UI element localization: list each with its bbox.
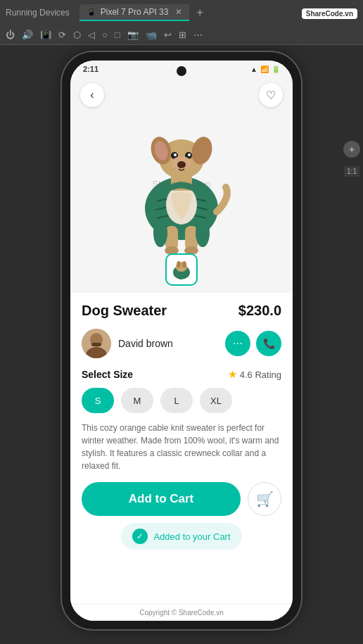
home-icon[interactable]: ○ xyxy=(102,30,108,40)
camera-notch xyxy=(177,66,186,76)
back-button[interactable]: ‹ xyxy=(80,83,104,107)
dog-image xyxy=(122,110,241,258)
size-label: Select Size xyxy=(82,369,133,380)
signal-icon: 📶 xyxy=(260,65,269,73)
product-description: This cozy orange cable knit sweater is p… xyxy=(82,422,281,472)
power-icon[interactable]: ⏻ xyxy=(6,30,15,40)
favorite-button[interactable]: ♡ xyxy=(259,83,283,107)
thumbnail-row xyxy=(165,253,198,286)
message-button[interactable]: ⋯ xyxy=(225,331,250,356)
size-xl-button[interactable]: XL xyxy=(200,388,232,413)
tab-label: Pixel 7 Pro API 33 xyxy=(101,7,169,17)
svg-point-24 xyxy=(182,261,186,268)
ratio-badge: 1:1 xyxy=(344,166,359,177)
svg-point-20 xyxy=(177,161,186,168)
video-icon[interactable]: 📹 xyxy=(146,30,157,40)
added-to-cart-label: Added to your Cart xyxy=(153,531,230,542)
seller-actions: ⋯ 📞 xyxy=(225,331,281,356)
new-tab-icon[interactable]: + xyxy=(196,6,203,19)
size-s-button[interactable]: S xyxy=(82,388,114,413)
size-m-button[interactable]: M xyxy=(121,388,153,413)
product-info: Dog Sweater $230.0 David brown xyxy=(70,293,293,604)
star-icon: ★ xyxy=(228,368,237,381)
seller-name: David brown xyxy=(118,338,218,349)
undo-icon[interactable]: ↩ xyxy=(164,30,172,40)
call-button[interactable]: 📞 xyxy=(256,331,281,356)
volume-icon[interactable]: 🔊 xyxy=(22,30,33,40)
recents-icon[interactable]: □ xyxy=(115,30,120,40)
svg-point-5 xyxy=(196,219,210,247)
tab-close-icon[interactable]: ✕ xyxy=(175,7,182,17)
more-icon[interactable]: ⋯ xyxy=(193,30,203,40)
size-buttons: S M L XL xyxy=(82,388,281,413)
svg-point-23 xyxy=(177,261,181,268)
svg-point-4 xyxy=(153,219,167,247)
status-icons: ▲ 📶 🔋 xyxy=(250,65,280,73)
sharecode-logo: ShareCode.vn xyxy=(302,8,357,19)
grid-icon[interactable]: ⊞ xyxy=(179,30,186,40)
tab-phone-icon: 📱 xyxy=(87,8,96,17)
rotate-icon[interactable]: ⟳ xyxy=(58,30,66,40)
product-title-row: Dog Sweater $230.0 xyxy=(82,303,281,319)
zoom-in-button[interactable]: + xyxy=(343,141,360,158)
added-to-cart-banner: ✓ Added to your Cart xyxy=(121,523,241,550)
phone-screen: 2:11 ▲ 📶 🔋 ‹ ♡ xyxy=(70,61,293,621)
svg-point-16 xyxy=(188,153,191,156)
running-devices-label: Running Devices xyxy=(6,8,70,18)
status-time: 2:11 xyxy=(83,65,98,73)
product-title: Dog Sweater xyxy=(82,303,167,319)
thumbnail-1[interactable] xyxy=(165,253,198,286)
device-tab[interactable]: 📱 Pixel 7 Pro API 33 ✕ xyxy=(79,4,190,21)
wifi-icon: ▲ xyxy=(250,65,257,73)
copyright-text: Copyright © ShareCode.vn xyxy=(139,609,224,617)
rating: ★ 4.6 Rating xyxy=(228,368,281,381)
svg-point-15 xyxy=(174,153,177,156)
add-to-cart-row: Add to Cart 🛒 xyxy=(82,482,281,516)
second-toolbar: ⏻ 🔊 📳 ⟳ ⬡ ◁ ○ □ 📷 📹 ↩ ⊞ ⋯ xyxy=(0,25,363,45)
size-header: Select Size ★ 4.6 Rating xyxy=(82,368,281,381)
size-section: Select Size ★ 4.6 Rating S M L XL xyxy=(82,368,281,413)
product-image-area: ‹ ♡ xyxy=(70,75,293,293)
added-check-icon: ✓ xyxy=(132,529,148,544)
top-bar: Running Devices 📱 Pixel 7 Pro API 33 ✕ +… xyxy=(0,0,363,25)
battery-icon: 🔋 xyxy=(272,65,280,73)
camera-icon[interactable]: 📷 xyxy=(127,30,139,40)
size-l-button[interactable]: L xyxy=(160,388,193,413)
cart-icon-button[interactable]: 🛒 xyxy=(248,482,281,516)
vibrate-icon[interactable]: 📳 xyxy=(40,30,51,40)
phone-frame: 2:11 ▲ 📶 🔋 ‹ ♡ xyxy=(62,52,301,629)
right-panel: + 1:1 xyxy=(343,141,360,177)
copyright-bar: Copyright © ShareCode.vn xyxy=(70,604,293,621)
seller-row: David brown ⋯ 📞 xyxy=(82,329,281,358)
phone-container: 2:11 ▲ 📶 🔋 ‹ ♡ xyxy=(0,45,363,644)
rating-value: 4.6 Rating xyxy=(240,370,281,380)
svg-rect-28 xyxy=(91,343,101,346)
product-main-image: ShareCode.vn xyxy=(115,103,248,265)
device-icon[interactable]: ⬡ xyxy=(73,30,81,40)
product-price: $230.0 xyxy=(238,303,281,319)
add-to-cart-button[interactable]: Add to Cart xyxy=(82,482,241,516)
back-nav-icon[interactable]: ◁ xyxy=(88,30,95,40)
seller-avatar xyxy=(82,329,111,358)
